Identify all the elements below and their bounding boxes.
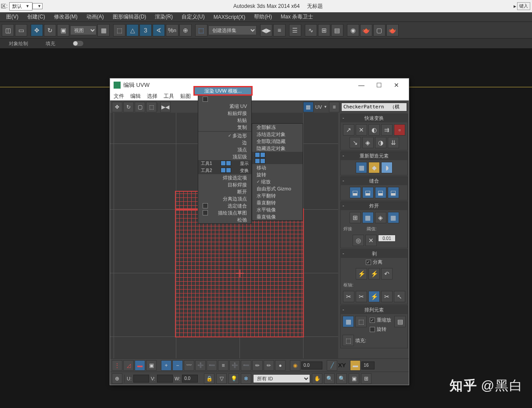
rotate-icon[interactable]: ↻ (44, 24, 56, 36)
panel-reshape-header[interactable]: 重新塑造元素 (341, 152, 407, 160)
qt-btn2[interactable]: ✕ (356, 124, 367, 136)
ctx-vertex[interactable]: 顶点 (198, 146, 251, 153)
menu-render[interactable]: 渲染(R) (150, 13, 177, 21)
render-icon[interactable]: 🫖 (386, 24, 399, 36)
close-button[interactable]: ✕ (388, 82, 405, 89)
ctx-rotate[interactable]: 旋转 (252, 171, 303, 178)
type-button[interactable]: 键入 (517, 2, 530, 10)
pan-icon[interactable]: ✋ (312, 373, 322, 384)
menu-antivirus[interactable]: Max 杀毒卫士 (276, 13, 318, 21)
lock-icon[interactable]: 🔒 (204, 373, 214, 384)
threshold-input[interactable] (378, 235, 396, 242)
menu-customize[interactable]: 自定义(U) (177, 13, 209, 21)
texture-dropdown[interactable] (341, 103, 407, 111)
ctx-weld-selected[interactable]: 焊接选定项 (198, 174, 251, 181)
align-icon[interactable]: ≡ (273, 24, 286, 36)
maximize-button[interactable]: ☐ (370, 82, 388, 89)
ctx-paste[interactable]: 粘贴 (198, 117, 251, 124)
filter-select[interactable]: 所有 ID (253, 374, 310, 383)
snap-angle-icon[interactable]: △ (126, 24, 139, 36)
stitch-btn3[interactable]: ⬓ (375, 187, 386, 198)
falloff-icon[interactable]: ╱ (327, 360, 337, 371)
menu-create[interactable]: 创建(C) (23, 13, 50, 21)
snap-percent-icon[interactable]: ∢ (153, 24, 165, 36)
uvw-menu-mapping[interactable]: 贴图 (180, 93, 191, 100)
arrange-btn2[interactable]: ⬚ (355, 316, 367, 327)
menu-grapheditors[interactable]: 图形编辑器(D) (108, 13, 151, 21)
qt-btn9[interactable]: ⇊ (388, 137, 399, 148)
uvw-menu-tools[interactable]: 工具 (164, 93, 174, 100)
ctx-stitch-selected[interactable]: 选定缝合 (198, 202, 251, 209)
uvw-titlebar[interactable]: 编辑 UVW — ☐ ✕ (110, 79, 409, 92)
explode-btn3[interactable]: ◈ (375, 212, 386, 223)
zoom-icon[interactable]: 🔍 (324, 373, 335, 384)
qt-btn6[interactable]: ↘ (350, 137, 361, 148)
ctx-relax[interactable]: 松弛 (198, 216, 251, 223)
weld-break-btn[interactable]: ✕ (365, 235, 377, 246)
paint-select-icon[interactable]: ✏ (252, 360, 263, 371)
paint-deselect-icon[interactable]: ✏ (264, 360, 274, 371)
rotate-checkbox[interactable] (370, 327, 375, 332)
w-input[interactable] (182, 375, 198, 383)
uvw-freeform-icon[interactable]: ⬚ (146, 102, 157, 112)
layers-icon[interactable]: ☰ (289, 24, 301, 36)
named-sel-icon[interactable]: ⬚ (195, 24, 207, 36)
select-all-icon[interactable]: ▭ (15, 24, 27, 36)
render-setup-icon[interactable]: 🫖 (360, 24, 372, 36)
rescale-checkbox[interactable]: ✓ (370, 318, 375, 323)
uvw-move-icon[interactable]: ✥ (112, 102, 122, 112)
minimize-button[interactable]: — (353, 82, 370, 89)
uvw-menu-edit[interactable]: 编辑 (130, 93, 141, 100)
ctx-pack-uv[interactable]: 紧缩 UV (198, 103, 251, 110)
menu-modifiers[interactable]: 修改器(M) (50, 13, 82, 21)
fill-toggle[interactable] (73, 41, 83, 46)
ring-shrink-icon[interactable]: ➖ (241, 360, 251, 371)
soft-sel-icon[interactable]: ◉ (290, 360, 300, 371)
ctx-unfreeze-all[interactable]: 全部解冻 (252, 124, 303, 131)
schematic-icon[interactable]: ⊞ (318, 24, 330, 36)
panel-peel-header[interactable]: 剥 (341, 250, 407, 258)
loop-shrink-icon[interactable]: ➖ (207, 360, 217, 371)
ctx-scale[interactable]: 缩放 (252, 178, 303, 185)
uvw-options-icon[interactable]: ≡ (329, 102, 339, 112)
loop-grow-icon[interactable]: ➕ (195, 360, 206, 371)
pivot-btn3[interactable]: ⚡ (368, 291, 380, 302)
stitch-btn4[interactable]: ⬓ (388, 187, 399, 198)
ctx-hide-selected[interactable]: 隐藏选定对象 (252, 145, 303, 152)
ctx-edge[interactable]: 边 (198, 139, 251, 146)
qt-btn5[interactable]: ▫ (394, 124, 405, 136)
ctx-break[interactable]: 断开 (198, 188, 251, 195)
menu-view[interactable]: 图(V) (2, 13, 23, 21)
abs-rel-icon[interactable]: ⊕ (112, 373, 122, 384)
curve-editor-icon[interactable]: ∿ (305, 24, 317, 36)
selection-set-select[interactable]: 创建选择集 (208, 25, 257, 35)
menu-animation[interactable]: 动画(A) (82, 13, 108, 21)
v-input[interactable] (157, 375, 173, 383)
snap-toggle-icon[interactable]: ⬚ (113, 24, 125, 36)
snap-3-icon[interactable]: 3 (139, 24, 152, 36)
shrink-icon[interactable]: − (172, 360, 183, 371)
panel-quick-transform-header[interactable]: 快速变换 (341, 114, 407, 122)
ctx-top-level[interactable]: 顶层级 (198, 153, 251, 160)
brush-icon[interactable]: ● (275, 360, 286, 371)
panel-arrange-header[interactable]: 排列元素 (341, 306, 407, 314)
stitch-btn2[interactable]: ⬓ (362, 187, 374, 198)
uvw-checker-icon[interactable]: ▦ (303, 102, 314, 112)
ctx-flip-h[interactable]: 水平翻转 (252, 192, 303, 199)
explode-btn1[interactable]: ⊞ (350, 212, 361, 223)
panel-explode-header[interactable]: 炸开 (341, 202, 407, 210)
sub-edge-icon[interactable]: ◿ (123, 360, 134, 371)
arrange-btn4[interactable]: ⬚ (343, 335, 354, 346)
grow-icon[interactable]: + (161, 360, 171, 371)
ctx-target-weld[interactable]: 目标焊接 (198, 181, 251, 188)
snow-icon[interactable]: ❄ (241, 373, 251, 384)
spinner-snap-icon[interactable]: ⊕ (179, 24, 192, 36)
zoom-region-icon[interactable]: 🔍 (336, 373, 347, 384)
filter-icon[interactable]: ▽ (216, 373, 227, 384)
workspace-arrow[interactable]: ▼ (32, 3, 43, 9)
grid-icon[interactable]: ⊞ (361, 373, 371, 384)
chevron-down-icon[interactable]: ▼ (324, 105, 327, 109)
pivot-btn1[interactable]: ✂ (343, 291, 354, 302)
sub-element-icon[interactable]: ▣ (146, 360, 157, 371)
reshape-btn3[interactable]: ◗ (381, 162, 393, 173)
